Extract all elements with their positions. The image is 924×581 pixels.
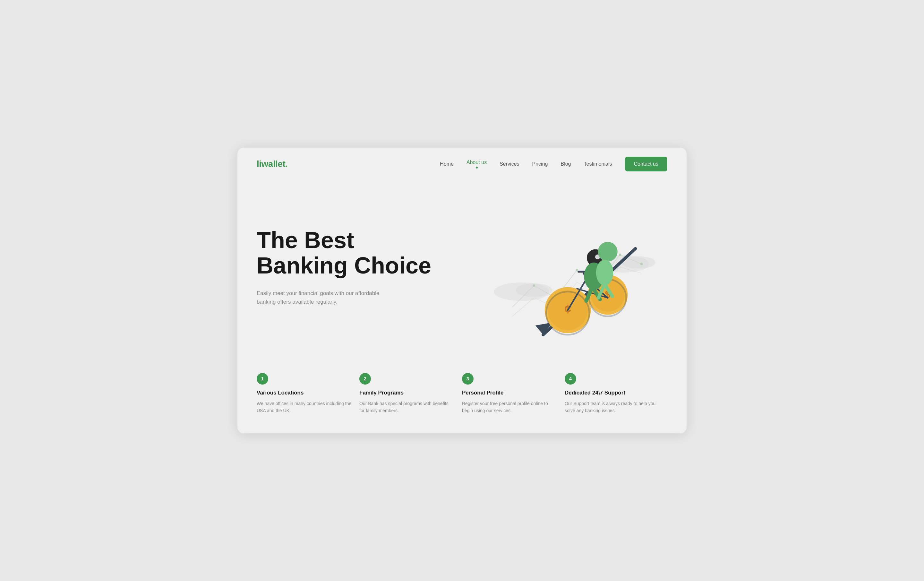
feature-item-1: 1 Various Locations We have offices in m… [257,373,359,414]
feature-desc-2: Our Bank has special programs with benef… [359,400,454,414]
feature-desc-1: We have offices in many countries includ… [257,400,351,414]
svg-point-9 [640,263,643,265]
hero-title: The Best Banking Choice [257,228,462,278]
nav-item-testimonials[interactable]: Testimonials [584,161,612,167]
nav-link-testimonials[interactable]: Testimonials [584,161,612,167]
feature-badge-1: 1 [257,373,268,384]
feature-item-2: 2 Family Programs Our Bank has special p… [359,373,462,414]
nav-item-home[interactable]: Home [440,161,454,167]
hero-subtitle: Easily meet your financial goals with ou… [257,289,391,306]
logo-text: wallet. [261,159,288,169]
nav-link-services[interactable]: Services [500,161,519,167]
feature-badge-4: 4 [565,373,576,384]
logo[interactable]: liwallet. [257,159,288,169]
contact-us-button[interactable]: Contact us [625,157,667,171]
nav-item-services[interactable]: Services [500,161,519,167]
feature-desc-4: Our Support team is always ready to help… [565,400,660,414]
logo-accent: li [257,159,261,169]
svg-point-6 [576,269,579,271]
svg-point-34 [596,260,614,286]
nav-link-about[interactable]: About us [467,159,487,169]
nav-item-about[interactable]: About us [467,159,487,169]
nav-link-pricing[interactable]: Pricing [532,161,548,167]
navbar: liwallet. Home About us Services Pricing… [238,148,686,180]
feature-badge-2: 2 [359,373,371,384]
hero-section: The Best Banking Choice Easily meet your… [238,180,686,360]
features-section: 1 Various Locations We have offices in m… [238,360,686,434]
feature-item-4: 4 Dedicated 24\7 Support Our Support tea… [565,373,667,414]
hero-content: The Best Banking Choice Easily meet your… [257,228,462,306]
svg-point-8 [619,253,622,256]
feature-title-3: Personal Profile [462,390,557,396]
nav-item-pricing[interactable]: Pricing [532,161,548,167]
hero-illustration: ¢ $ [462,193,667,341]
feature-title-4: Dedicated 24\7 Support [565,390,660,396]
nav-item-blog[interactable]: Blog [561,161,571,167]
nav-link-blog[interactable]: Blog [561,161,571,167]
feature-title-2: Family Programs [359,390,454,396]
svg-point-33 [598,242,618,261]
feature-item-3: 3 Personal Profile Register your free pe… [462,373,565,414]
feature-title-1: Various Locations [257,390,351,396]
nav-link-home[interactable]: Home [440,161,454,167]
feature-badge-3: 3 [462,373,474,384]
page-wrapper: liwallet. Home About us Services Pricing… [238,148,686,434]
hero-svg: ¢ $ [462,193,667,341]
feature-desc-3: Register your free personal profile onli… [462,400,557,414]
nav-links: Home About us Services Pricing Blog Test… [440,159,612,169]
svg-point-4 [533,284,535,286]
